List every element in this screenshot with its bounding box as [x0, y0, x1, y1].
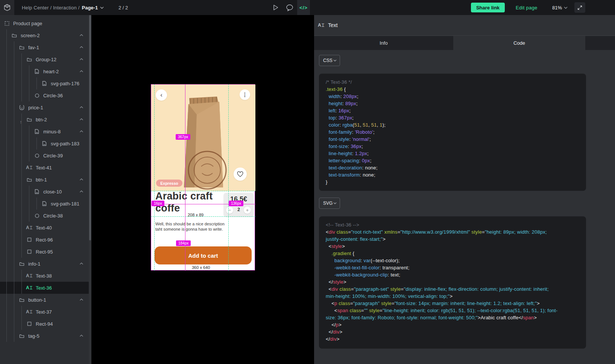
chevron-up-icon[interactable]	[79, 46, 84, 48]
chevron-up-icon[interactable]	[79, 178, 84, 181]
tree-indent-guide	[21, 174, 22, 186]
fullscreen-button[interactable]	[574, 2, 585, 13]
edit-page-link[interactable]: Edit page	[516, 0, 538, 15]
folder-icon	[26, 177, 32, 183]
layer-row-text-41[interactable]: A⌶Text-41	[0, 162, 89, 174]
share-link-button[interactable]: Share link	[471, 3, 505, 12]
layer-row-btn-1[interactable]: btn-1	[0, 174, 89, 186]
breadcrumb[interactable]: Help Center / Interaction / Page-1	[22, 0, 104, 15]
layer-row-rect-94[interactable]: Rect-94	[0, 318, 89, 330]
chevron-up-icon[interactable]	[79, 130, 84, 133]
screen-size-annotation: 360 x 640	[190, 265, 211, 270]
layer-row-circle-38[interactable]: Circle-38	[0, 210, 89, 222]
layer-row-text-40[interactable]: A⌶Text-40	[0, 222, 89, 234]
layer-row-circle-39[interactable]: Circle-39	[0, 150, 89, 162]
layer-row-screen-2[interactable]: screen-2	[0, 29, 89, 41]
design-tool-window: Help Center / Interaction / Page-1 2 / 2…	[0, 0, 615, 364]
layer-row-svg-path-176[interactable]: svg-path-176	[0, 77, 89, 89]
layer-row-heart-2[interactable]: heart-2	[0, 65, 89, 77]
sidebar-scrollbar-thumb[interactable]	[89, 15, 91, 240]
chevron-up-icon[interactable]	[79, 118, 84, 121]
product-title[interactable]: Arabic craft coffe	[155, 190, 219, 214]
svg-file-icon	[41, 140, 47, 147]
back-button[interactable]: ‹	[156, 89, 167, 101]
tree-indent-guide	[29, 198, 29, 210]
quantity-plus-button[interactable]: +	[244, 207, 251, 214]
layer-row-btn-2[interactable]: btn-2	[0, 113, 89, 125]
play-button[interactable]	[269, 0, 282, 15]
quantity-minus-button[interactable]: −	[226, 207, 233, 214]
layer-row-svg-path-183[interactable]: svg-path-183	[0, 137, 89, 150]
layer-row-price-1[interactable]: price-1	[0, 101, 89, 113]
code-line: background: var(--text-color);	[326, 257, 579, 264]
layer-label: tag-5	[28, 333, 39, 339]
layer-label: minus-8	[43, 129, 61, 134]
tree-indent-guide	[6, 162, 7, 174]
layer-row-text-37[interactable]: A⌶Text-37	[0, 306, 89, 318]
code-mode-button[interactable]: </>	[297, 0, 310, 15]
layer-row-text-36[interactable]: A⌶Text-36	[0, 282, 89, 294]
code-line: <style>	[326, 243, 579, 250]
chevron-up-icon[interactable]	[79, 334, 84, 337]
chevron-up-icon[interactable]	[79, 106, 84, 109]
tree-indent-guide	[21, 150, 22, 162]
chevron-up-icon[interactable]	[79, 70, 84, 72]
css-format-dropdown[interactable]: CSS	[319, 55, 340, 66]
kebab-icon: ⋮	[242, 92, 248, 98]
code-line: /* Text-36 */	[326, 79, 579, 86]
layer-row-tag-5[interactable]: tag-5	[0, 330, 89, 342]
product-page-frame[interactable]: ‹ ⋮ Expresso Arabic craft coffe 208 x 89…	[151, 84, 255, 270]
layer-label: Text-37	[36, 309, 52, 315]
tree-indent-guide	[29, 186, 29, 198]
css-code-block[interactable]: /* Text-36 */.text-36 { width: 208px; he…	[319, 74, 586, 191]
tree-indent-guide	[14, 270, 14, 282]
tab-code[interactable]: Code	[453, 36, 585, 50]
svg-file-icon	[41, 80, 47, 86]
tree-indent-guide	[6, 198, 7, 210]
layer-row-fav-1[interactable]: fav-1	[0, 41, 89, 53]
layer-label: Product page	[13, 21, 42, 26]
layer-row-close-10[interactable]: close-10	[0, 186, 89, 198]
tree-indent-guide	[6, 318, 7, 330]
app-logo[interactable]	[0, 0, 14, 15]
tree-indent-guide	[6, 246, 7, 258]
layer-row-circle-36[interactable]: Circle-36	[0, 89, 89, 101]
layer-row-rect-95[interactable]: Rect-95	[0, 246, 89, 258]
comments-button[interactable]	[283, 0, 296, 15]
inspector-panel: A⌶ Text Info Code CSS /* Text-36 */.text…	[314, 15, 615, 364]
layer-row-button-1[interactable]: button-1	[0, 294, 89, 306]
chevron-down-icon[interactable]	[100, 6, 104, 9]
layer-row-minus-8[interactable]: minus-8	[0, 125, 89, 137]
layer-label: Rect-94	[36, 321, 53, 327]
play-icon	[273, 4, 279, 11]
menu-button[interactable]: ⋮	[240, 89, 250, 100]
svg-format-dropdown[interactable]: SVG	[319, 198, 340, 209]
tree-indent-guide	[14, 186, 14, 198]
chevron-up-icon[interactable]	[79, 58, 84, 60]
layer-row-svg-path-181[interactable]: svg-path-181	[0, 198, 89, 210]
tab-info[interactable]: Info	[314, 36, 453, 50]
tree-indent-guide	[6, 125, 7, 137]
css-dropdown-value: CSS	[323, 58, 333, 63]
chevron-up-icon[interactable]	[79, 34, 84, 36]
layer-row-product-page[interactable]: Product page	[0, 17, 89, 29]
zoom-level-dropdown[interactable]: 81%	[552, 0, 568, 15]
add-to-cart-button[interactable]: Add to cart	[155, 246, 252, 264]
tree-indent-guide	[21, 306, 22, 318]
favorite-button[interactable]	[234, 168, 247, 181]
layer-row-text-38[interactable]: A⌶Text-38	[0, 270, 89, 282]
layer-row-group-12[interactable]: Group-12	[0, 53, 89, 65]
chevron-up-icon[interactable]	[79, 262, 84, 265]
svg-code-block[interactable]: <!-- Text-36 --><div class="root rich-te…	[319, 216, 586, 349]
layer-label: Group-12	[36, 57, 56, 62]
code-line: -webkit-background-clip: text;	[326, 271, 579, 278]
tree-indent-guide	[14, 65, 14, 77]
code-line: </div>	[326, 328, 579, 335]
canvas[interactable]: ‹ ⋮ Expresso Arabic craft coffe 208 x 89…	[91, 15, 314, 364]
chevron-up-icon[interactable]	[79, 298, 84, 301]
layer-row-info-1[interactable]: info-1	[0, 258, 89, 270]
chevron-up-icon[interactable]	[79, 190, 84, 193]
tree-indent-guide	[14, 210, 14, 222]
layer-row-rect-96[interactable]: Rect-96	[0, 234, 89, 246]
tree-indent-guide	[21, 89, 22, 101]
